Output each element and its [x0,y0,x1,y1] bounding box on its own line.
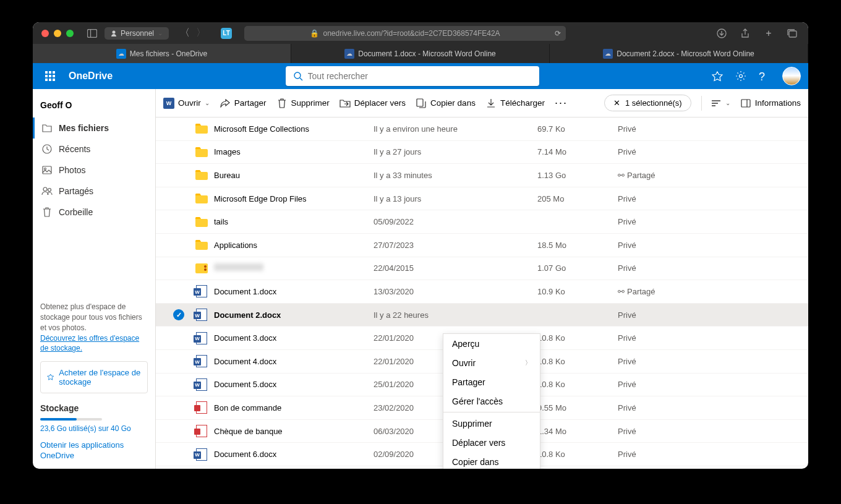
sidebar-toggle-icon[interactable] [85,27,100,40]
tabs-overview-icon[interactable] [785,27,800,40]
file-name[interactable]: Document 6.docx [214,450,374,459]
sort-button[interactable]: ⌄ [712,100,730,107]
file-size: 1.13 Go [537,171,618,180]
file-size: 10.8 Ko [537,333,618,343]
reload-icon[interactable]: ⟳ [555,29,561,38]
sort-icon [712,100,722,107]
info-button[interactable]: Informations [740,98,801,109]
file-type-icon [189,147,214,157]
file-sharing: Privé [618,357,808,366]
context-menu-item[interactable]: Aperçu [443,334,540,353]
file-sharing: Privé [618,310,808,320]
file-name[interactable]: Bon de commande [214,403,374,412]
tab-favicon: ☁ [116,49,126,59]
sidebar-item-photo[interactable]: Photos [33,160,155,181]
file-size: 10.8 Ko [537,380,618,389]
download-button[interactable]: Télécharger [485,98,545,109]
sidebar-item-people[interactable]: Partagés [33,181,155,202]
context-menu-item[interactable]: Déplacer vers [443,433,540,452]
file-row[interactable]: Document 1.docx13/03/202010.9 Ko⚯ Partag… [156,280,808,304]
file-modified: 22/04/2015 [374,263,537,273]
settings-icon[interactable] [735,70,746,82]
window-close-button[interactable] [41,30,49,37]
app-launcher-button[interactable] [40,71,60,81]
help-icon[interactable]: ? [759,70,770,82]
buy-storage-button[interactable]: Acheter de l'espace de stockage [40,361,148,393]
storage-usage-text[interactable]: 23,6 Go utilisé(s) sur 40 Go [40,424,148,433]
browser-tab[interactable]: ☁Document 2.docx - Microsoft Word Online [550,44,808,63]
svg-point-11 [43,187,47,191]
file-name[interactable]: Chèque de banque [214,427,374,436]
get-apps-link[interactable]: Obtenir les applications OneDrive [40,440,148,461]
command-bar: W Ouvrir ⌄ Partager Supprimer Déplacer v… [156,89,808,117]
context-menu-item[interactable]: Gérer l'accès [443,391,540,411]
svg-point-2 [113,30,116,33]
context-menu-item[interactable]: Partager [443,372,540,391]
checked-icon[interactable]: ✓ [173,309,184,320]
file-size: 10.8 Ko [537,450,618,459]
storage-heading: Stockage [40,403,148,413]
sidebar-item-trash[interactable]: Corbeille [33,202,155,223]
file-name[interactable]: Microsoft Edge Collections [214,124,374,134]
back-button[interactable]: 〈 [177,27,192,40]
file-name[interactable]: Document 2.docx [214,310,374,320]
share-button[interactable]: Partager [220,98,267,109]
file-row[interactable]: tails05/09/2022 Privé [156,210,808,234]
premium-icon[interactable] [712,70,723,82]
search-box[interactable] [286,66,539,86]
copy-button[interactable]: Copier dans [416,98,476,109]
file-name[interactable]: Document 5.docx [214,380,374,389]
context-menu-item[interactable]: Copier dans [443,452,540,469]
file-row[interactable]: Microsoft Edge CollectionsIl y a environ… [156,117,808,141]
file-row[interactable]: Applications27/07/202318.5 Mo Privé [156,234,808,257]
open-button[interactable]: W Ouvrir ⌄ [163,98,210,109]
file-row[interactable]: Microsoft Edge Drop FilesIl y a 13 jours… [156,187,808,211]
file-type-icon [189,124,214,134]
file-row[interactable]: ImagesIl y a 27 jours7.14 Mo Privé [156,141,808,164]
sidebar-item-clock[interactable]: Récents [33,139,155,160]
file-sharing: Privé [618,194,808,203]
address-bar[interactable]: 🔒 onedrive.live.com/?id=root&cid=2C7ED36… [244,26,566,41]
downloads-icon[interactable] [714,27,729,40]
share-icon[interactable] [738,27,753,40]
extension-icon[interactable]: LT [221,28,232,39]
file-row[interactable]: 22/04/20151.07 Go Privé [156,257,808,281]
file-modified: 13/03/2020 [374,287,537,296]
browser-tab[interactable]: ☁Document 1.docx - Microsoft Word Online [291,44,550,63]
new-tab-icon[interactable]: + [761,27,776,40]
search-input[interactable] [308,71,532,81]
forward-button[interactable]: 〉 [194,27,208,40]
move-icon [339,98,351,109]
sidebar-item-folder[interactable]: Mes fichiers [33,117,155,139]
context-menu-item[interactable]: Supprimer [443,414,540,433]
file-name[interactable]: tails [214,217,374,226]
file-name[interactable]: Document 1.docx [214,287,374,296]
file-name[interactable]: Document 4.docx [214,357,374,366]
move-button[interactable]: Déplacer vers [339,98,406,109]
file-name[interactable]: Bureau [214,171,374,180]
user-avatar[interactable] [782,67,801,85]
file-name[interactable] [214,263,374,273]
context-menu: AperçuOuvrir〉PartagerGérer l'accèsSuppri… [443,333,540,469]
window-minimize-button[interactable] [54,30,61,37]
svg-point-12 [48,189,51,192]
file-name[interactable]: Document 3.docx [214,333,374,343]
file-row[interactable]: ✓Document 2.docxIl y a 22 heures Privé [156,304,808,327]
app-title[interactable]: OneDrive [69,70,113,82]
file-type-icon [189,378,214,391]
profile-switcher[interactable]: Personnel ⌄ [105,27,169,40]
file-modified: 27/07/2023 [374,241,537,250]
selection-pill[interactable]: ✕ 1 sélectionné(s) [604,95,691,111]
file-name[interactable]: Applications [214,241,374,250]
browser-tab[interactable]: ☁Mes fichiers - OneDrive [33,44,291,63]
file-name[interactable]: Microsoft Edge Drop Files [214,194,374,203]
window-maximize-button[interactable] [66,30,74,37]
file-name[interactable]: Images [214,147,374,156]
storage-offers-link[interactable]: Découvrez les offres d'espace de stockag… [40,334,139,353]
file-row[interactable]: BureauIl y a 33 minutes1.13 Go⚯ Partagé [156,164,808,187]
delete-button[interactable]: Supprimer [276,98,330,109]
more-button[interactable]: ··· [555,96,568,109]
clear-selection-icon[interactable]: ✕ [613,98,620,108]
context-menu-item[interactable]: Ouvrir〉 [443,353,540,372]
file-size: 18.5 Mo [537,241,618,250]
